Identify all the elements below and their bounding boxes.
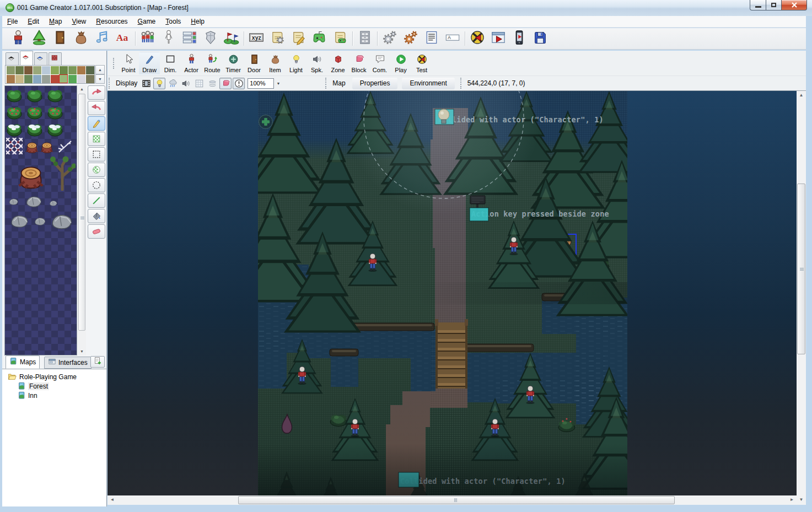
test-ball-button[interactable] bbox=[467, 29, 488, 48]
script-gear-button[interactable] bbox=[267, 29, 288, 48]
palette-tile[interactable] bbox=[47, 104, 63, 122]
mode-timer-button[interactable]: Timer bbox=[223, 52, 244, 75]
mode-actor-button[interactable]: Actor bbox=[181, 52, 202, 75]
run-mobile-button[interactable] bbox=[509, 29, 530, 48]
actors-group-button[interactable] bbox=[137, 29, 158, 48]
strip-up-button[interactable]: ▲ bbox=[95, 65, 105, 74]
tileset-tab-tile-red[interactable] bbox=[20, 51, 33, 65]
music-button[interactable] bbox=[92, 29, 112, 48]
palette-tile[interactable] bbox=[6, 87, 23, 105]
controls-button[interactable] bbox=[309, 29, 330, 48]
mode-zone-button[interactable]: Zone bbox=[327, 52, 348, 75]
zoom-level-field[interactable]: 100% bbox=[248, 78, 274, 89]
mode-door-button[interactable]: Door bbox=[244, 52, 265, 75]
toolbar-gripper[interactable] bbox=[460, 78, 463, 89]
mode-route-button[interactable]: Route bbox=[202, 52, 223, 75]
palette-tile[interactable] bbox=[6, 121, 23, 139]
fill-circle-tool-button[interactable] bbox=[88, 163, 105, 177]
palette-tile[interactable] bbox=[49, 155, 76, 193]
display-bulb-toggle[interactable] bbox=[153, 78, 165, 89]
mode-test-button[interactable]: Test bbox=[411, 52, 432, 75]
palette-tile[interactable] bbox=[50, 212, 74, 231]
palette-scroll-down[interactable]: ▼ bbox=[78, 348, 86, 355]
display-speaker2-toggle[interactable] bbox=[180, 78, 192, 89]
outline-circle-tool-button[interactable] bbox=[88, 178, 105, 192]
display-layers-toggle[interactable] bbox=[206, 78, 218, 89]
mode-block-button[interactable]: Block bbox=[348, 52, 369, 75]
pencil-tool-button[interactable] bbox=[88, 116, 105, 131]
display-grid-toggle[interactable] bbox=[193, 78, 205, 89]
settings-adv-button[interactable] bbox=[400, 29, 421, 48]
fonts-button[interactable]: Aa bbox=[112, 29, 133, 48]
tileset-tab-bricks[interactable] bbox=[49, 52, 62, 65]
palette-tile[interactable] bbox=[6, 138, 23, 157]
equipment-button[interactable] bbox=[200, 29, 221, 48]
undo-tool-button[interactable] bbox=[88, 101, 105, 115]
tileset-strip[interactable] bbox=[5, 65, 95, 84]
add-map-button[interactable] bbox=[90, 356, 105, 368]
tab-interfaces[interactable]: Interfaces bbox=[44, 357, 92, 369]
actor-button[interactable] bbox=[8, 29, 29, 48]
eraser-tool-button[interactable] bbox=[88, 224, 105, 239]
palette-scrollbar[interactable]: ▲ ▼ bbox=[78, 85, 86, 355]
palette-tile[interactable] bbox=[8, 197, 19, 207]
palette-tile[interactable] bbox=[49, 198, 58, 208]
fill-rect-tool-button[interactable] bbox=[88, 132, 105, 146]
menu-file[interactable]: File bbox=[2, 16, 23, 27]
tree-root[interactable]: Role-Playing Game bbox=[8, 372, 77, 381]
palette-tile[interactable] bbox=[26, 104, 43, 122]
redo-tool-button[interactable] bbox=[88, 85, 105, 100]
mode-draw-button[interactable]: Draw bbox=[139, 52, 160, 75]
display-rain-toggle[interactable] bbox=[166, 78, 179, 89]
toolbar-gripper[interactable] bbox=[325, 78, 328, 89]
outline-rect-tool-button[interactable] bbox=[88, 147, 105, 161]
palette-tile[interactable] bbox=[39, 138, 55, 155]
palette-tile[interactable] bbox=[9, 213, 30, 230]
mode-point-button[interactable]: Point bbox=[118, 52, 139, 75]
log-button[interactable] bbox=[421, 29, 442, 48]
palette-tile[interactable] bbox=[57, 138, 73, 157]
vertical-scrollbar[interactable]: ▲ ▼ bbox=[797, 91, 806, 505]
mode-item-button[interactable]: Item bbox=[265, 52, 286, 75]
flags-button[interactable] bbox=[221, 29, 242, 48]
mode-play-button[interactable]: Play bbox=[390, 52, 411, 75]
body-button[interactable] bbox=[158, 29, 179, 48]
menu-tools[interactable]: Tools bbox=[160, 16, 186, 27]
display-film-toggle[interactable] bbox=[140, 78, 152, 89]
close-button[interactable] bbox=[782, 0, 807, 10]
minimize-button[interactable] bbox=[750, 0, 766, 10]
mode-dim-button[interactable]: Dim. bbox=[160, 52, 181, 75]
save-button[interactable] bbox=[530, 29, 551, 48]
line-tool-button[interactable] bbox=[88, 193, 105, 208]
horizontal-scrollbar[interactable]: ◄ ► bbox=[107, 495, 797, 505]
palette-tile[interactable] bbox=[34, 216, 47, 228]
palette-tile[interactable] bbox=[26, 87, 43, 105]
tile-palette[interactable] bbox=[4, 85, 77, 355]
mode-spk-button[interactable]: Spk. bbox=[306, 52, 327, 75]
strip-down-button[interactable]: ▼ bbox=[95, 74, 105, 84]
script-input-button[interactable] bbox=[330, 29, 351, 48]
script-edit-button[interactable] bbox=[288, 29, 309, 48]
toolbar-gripper[interactable] bbox=[109, 78, 111, 89]
tileset-tab-tile-dark[interactable] bbox=[6, 52, 19, 65]
menu-resources[interactable]: Resources bbox=[91, 16, 132, 27]
settings-button[interactable] bbox=[379, 29, 400, 48]
zoom-dropdown-arrow[interactable]: ▼ bbox=[274, 78, 282, 89]
palette-scroll-up[interactable]: ▲ bbox=[78, 85, 86, 93]
tab-maps[interactable]: Maps bbox=[6, 355, 40, 369]
mode-com-button[interactable]: Com. bbox=[369, 52, 390, 75]
palette-tile[interactable] bbox=[47, 87, 63, 105]
tree-item-forest[interactable]: Forest bbox=[18, 382, 49, 390]
menu-edit[interactable]: Edit bbox=[23, 16, 44, 27]
collections-button[interactable] bbox=[179, 29, 200, 48]
mode-light-button[interactable]: Light bbox=[286, 52, 306, 75]
palette-scroll-thumb[interactable] bbox=[78, 94, 85, 331]
fill-tool-button[interactable] bbox=[88, 209, 105, 223]
palette-tile[interactable] bbox=[15, 155, 47, 193]
palette-tile[interactable] bbox=[6, 104, 23, 122]
variables-button[interactable]: xyz bbox=[246, 29, 267, 48]
display-block2-toggle[interactable] bbox=[219, 78, 232, 89]
tree-item-inn[interactable]: Inn bbox=[18, 391, 37, 400]
palette-tile[interactable] bbox=[47, 121, 63, 139]
menu-help[interactable]: Help bbox=[186, 16, 209, 27]
